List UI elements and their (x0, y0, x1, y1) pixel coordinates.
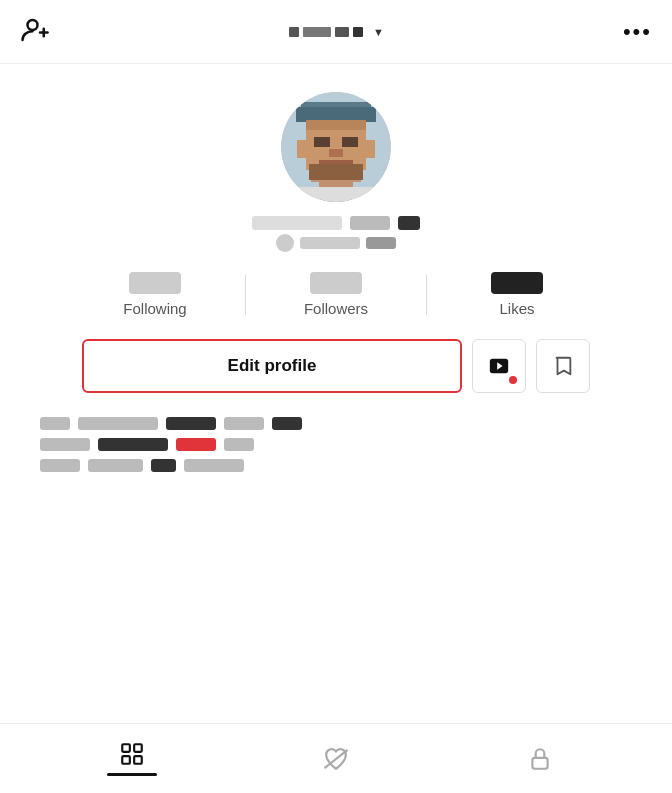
svg-rect-23 (122, 756, 130, 764)
bookmark-button[interactable] (536, 339, 590, 393)
stat-following[interactable]: Following (65, 272, 245, 317)
edit-profile-button[interactable]: Edit profile (82, 339, 462, 393)
activity-icon (323, 746, 349, 772)
nav-title-area[interactable]: ▼ (289, 26, 384, 38)
bottom-nav (0, 723, 672, 793)
svg-rect-10 (342, 137, 358, 147)
stat-likes[interactable]: Likes (427, 272, 607, 317)
bottom-nav-activity[interactable] (234, 746, 438, 772)
profile-section: Following Followers Likes Edit profile (0, 64, 672, 480)
bookmark-icon (552, 355, 574, 377)
add-user-button[interactable] (20, 15, 50, 49)
svg-rect-26 (532, 757, 547, 768)
bio-section (20, 417, 652, 480)
svg-rect-6 (296, 107, 376, 122)
notification-dot (509, 376, 517, 384)
svg-rect-16 (297, 140, 309, 158)
action-row: Edit profile (20, 339, 652, 393)
svg-rect-9 (314, 137, 330, 147)
svg-rect-18 (309, 164, 363, 180)
svg-rect-24 (134, 756, 142, 764)
svg-rect-15 (281, 187, 391, 202)
bottom-nav-profile[interactable] (438, 746, 642, 772)
home-grid-icon (119, 741, 145, 767)
more-options-button[interactable]: ••• (623, 19, 652, 45)
svg-rect-17 (363, 140, 375, 158)
handle-display (276, 234, 396, 252)
top-nav: ▼ ••• (0, 0, 672, 64)
svg-point-0 (28, 20, 38, 30)
video-button[interactable] (472, 339, 526, 393)
username-display (252, 216, 420, 230)
bottom-nav-home[interactable] (30, 741, 234, 776)
svg-rect-21 (122, 745, 130, 753)
svg-rect-8 (306, 120, 366, 130)
avatar (281, 92, 391, 202)
stat-followers[interactable]: Followers (246, 272, 426, 317)
svg-rect-11 (329, 149, 343, 157)
play-icon (488, 355, 510, 377)
stats-row: Following Followers Likes (20, 272, 652, 317)
nav-dropdown-icon[interactable]: ▼ (373, 26, 384, 38)
svg-rect-22 (134, 745, 142, 753)
profile-lock-icon (527, 746, 553, 772)
active-indicator (107, 773, 157, 776)
